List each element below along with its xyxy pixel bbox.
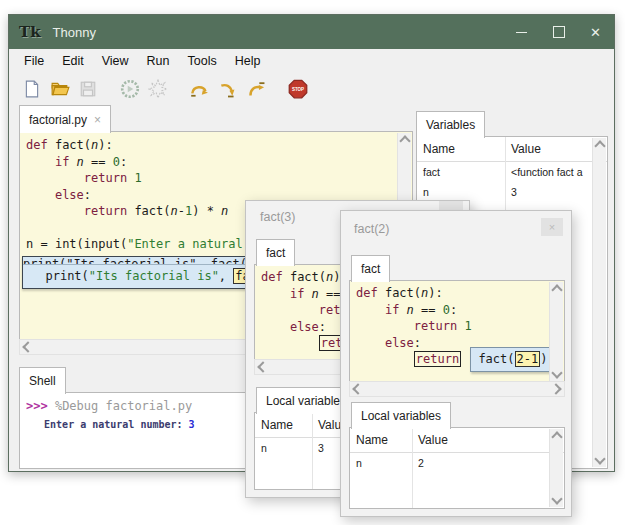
scroll-down-arrow-icon[interactable] bbox=[550, 368, 563, 381]
dialog-close-icon: × bbox=[549, 221, 555, 233]
column-divider[interactable] bbox=[412, 428, 413, 508]
step-out-button[interactable] bbox=[243, 77, 269, 101]
save-file-button[interactable] bbox=[75, 77, 101, 101]
code-token: return bbox=[414, 319, 465, 333]
code-token: else bbox=[55, 188, 84, 202]
new-file-icon bbox=[23, 80, 41, 98]
tab-fact[interactable]: fact bbox=[256, 239, 295, 266]
code-token: def bbox=[261, 270, 290, 284]
locals-table-rows: n2 bbox=[350, 453, 564, 473]
scroll-up-arrow-icon[interactable] bbox=[550, 282, 563, 295]
code-token: n bbox=[407, 303, 414, 317]
scroll-left-arrow-icon[interactable] bbox=[350, 382, 363, 395]
code-line: def fact(n): bbox=[356, 285, 550, 302]
code-token: if bbox=[290, 287, 312, 301]
debug-script-button[interactable] bbox=[145, 77, 171, 101]
tab-variables[interactable]: Variables bbox=[416, 111, 485, 138]
fact2-horizontal-scrollbar[interactable] bbox=[349, 381, 565, 397]
code-token: Enter a natural number: bbox=[44, 419, 189, 430]
code-token: : bbox=[414, 336, 421, 350]
fact2-locals-scrollbar[interactable] bbox=[549, 429, 563, 507]
menu-item-help[interactable]: Help bbox=[226, 51, 270, 71]
code-token bbox=[26, 204, 84, 218]
open-folder-icon bbox=[51, 80, 70, 98]
menu-item-view[interactable]: View bbox=[93, 51, 138, 71]
code-token: n bbox=[221, 204, 228, 218]
code-token: ): bbox=[98, 138, 112, 152]
maximize-icon bbox=[553, 26, 565, 38]
code-token bbox=[26, 419, 44, 430]
scroll-left-arrow-icon[interactable] bbox=[255, 360, 268, 373]
minimize-button[interactable] bbox=[503, 15, 540, 49]
cell-value: 3 bbox=[505, 186, 523, 198]
scroll-up-arrow-icon[interactable] bbox=[398, 133, 411, 146]
scroll-right-arrow-icon[interactable] bbox=[551, 382, 564, 395]
code-token: n bbox=[77, 155, 84, 169]
menu-item-edit[interactable]: Edit bbox=[53, 51, 93, 71]
dialog-title: fact(2) bbox=[354, 222, 389, 236]
code-token bbox=[356, 303, 385, 317]
title-bar[interactable]: Tk Thonny ✕ bbox=[9, 15, 614, 49]
run-icon bbox=[120, 79, 140, 99]
variables-vertical-scrollbar[interactable] bbox=[592, 138, 606, 467]
table-row[interactable]: fact<function fact a bbox=[417, 162, 607, 182]
stop-icon: STOP bbox=[288, 79, 308, 99]
tab-factorial-py[interactable]: factorial.py × bbox=[19, 105, 111, 133]
step-over-button[interactable] bbox=[187, 77, 213, 101]
maximize-button[interactable] bbox=[540, 15, 577, 49]
code-line: return 1 bbox=[26, 170, 398, 187]
local-variables-tab-label: Local variables bbox=[361, 409, 441, 423]
fact-tab-label: fact bbox=[266, 246, 285, 260]
code-token bbox=[356, 336, 385, 350]
tab-fact[interactable]: fact bbox=[351, 255, 390, 282]
close-button[interactable]: ✕ bbox=[577, 15, 614, 49]
menu-item-file[interactable]: File bbox=[15, 51, 53, 71]
fact2-vertical-scrollbar[interactable] bbox=[549, 282, 563, 381]
table-row[interactable]: n2 bbox=[350, 453, 564, 473]
code-token: fact( bbox=[385, 286, 421, 300]
step-into-icon bbox=[218, 81, 238, 98]
run-script-button[interactable] bbox=[117, 77, 143, 101]
tab-shell[interactable]: Shell bbox=[19, 367, 66, 394]
stop-button[interactable]: STOP bbox=[285, 77, 311, 101]
code-line: if n == 0: bbox=[26, 154, 398, 171]
code-token: return bbox=[84, 204, 135, 218]
scroll-up-arrow-icon[interactable] bbox=[550, 429, 563, 442]
table-row[interactable]: n3 bbox=[417, 182, 607, 202]
scroll-up-arrow-icon[interactable] bbox=[593, 138, 606, 151]
code-token bbox=[261, 303, 319, 317]
code-token bbox=[26, 155, 55, 169]
scroll-down-arrow-icon[interactable] bbox=[593, 454, 606, 467]
code-token: 2-1 bbox=[515, 351, 541, 367]
column-header-name: Name bbox=[417, 142, 505, 156]
step-into-button[interactable] bbox=[215, 77, 241, 101]
cell-value: 3 bbox=[312, 442, 330, 454]
editor-tab-label: factorial.py bbox=[29, 113, 87, 127]
column-header-value: Value bbox=[505, 142, 547, 156]
code-token bbox=[356, 352, 414, 366]
shell-tab-label: Shell bbox=[29, 374, 56, 388]
variables-table-rows: fact<function fact an3 bbox=[417, 162, 607, 202]
menu-item-tools[interactable]: Tools bbox=[179, 51, 226, 71]
code-token: def bbox=[356, 286, 385, 300]
scroll-left-arrow-icon[interactable] bbox=[20, 340, 33, 353]
code-token: , bbox=[219, 269, 233, 283]
code-token: ): bbox=[428, 286, 442, 300]
tab-close-icon[interactable]: × bbox=[94, 113, 101, 127]
code-token bbox=[461, 352, 468, 366]
fact-tab-label: fact bbox=[361, 262, 380, 276]
new-file-button[interactable] bbox=[19, 77, 45, 101]
toolbar: STOP bbox=[9, 73, 614, 105]
code-token: return bbox=[84, 171, 135, 185]
code-token bbox=[26, 171, 84, 185]
menu-item-run[interactable]: Run bbox=[138, 51, 179, 71]
code-token bbox=[261, 287, 290, 301]
column-divider[interactable] bbox=[312, 413, 313, 489]
code-token: n bbox=[171, 204, 178, 218]
scroll-down-arrow-icon[interactable] bbox=[550, 494, 563, 507]
tab-local-variables[interactable]: Local variables bbox=[351, 402, 451, 429]
dialog-fact-2[interactable]: fact(2) × fact def fact(n): if n == 0: r… bbox=[340, 210, 572, 517]
fact2-code-view[interactable]: def fact(n): if n == 0: return 1 else: r… bbox=[349, 280, 565, 383]
dialog-close-button[interactable]: × bbox=[541, 218, 563, 236]
open-file-button[interactable] bbox=[47, 77, 73, 101]
